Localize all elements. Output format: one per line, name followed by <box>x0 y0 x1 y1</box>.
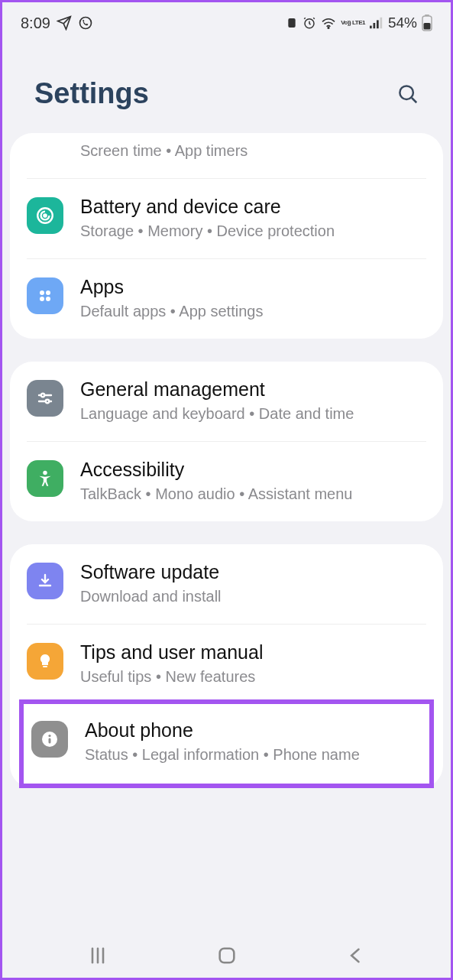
item-title: Tips and user manual <box>80 641 426 664</box>
item-text: Software update Download and install <box>80 561 426 607</box>
status-left: 8:09 <box>21 15 93 32</box>
item-subtitle: TalkBack • Mono audio • Assistant menu <box>80 484 426 505</box>
battery-care-icon <box>27 197 63 234</box>
settings-item-digital-wellbeing[interactable]: Screen time • App timers <box>27 133 426 178</box>
item-subtitle: Status • Legal information • Phone name <box>85 745 422 765</box>
accessibility-icon <box>27 460 63 497</box>
item-text: General management Language and keyboard… <box>80 378 426 424</box>
home-button[interactable] <box>213 942 241 969</box>
svg-rect-27 <box>49 738 51 744</box>
item-title: Accessibility <box>80 459 426 481</box>
about-phone-icon <box>31 721 68 758</box>
home-icon <box>216 945 238 966</box>
item-title: Apps <box>80 276 426 298</box>
signal-icon <box>370 17 383 29</box>
svg-rect-10 <box>424 23 431 30</box>
svg-point-20 <box>41 394 44 397</box>
settings-group: Screen time • App timers Battery and dev… <box>10 133 443 339</box>
item-text: Apps Default apps • App settings <box>80 276 426 322</box>
svg-point-14 <box>44 214 46 216</box>
svg-point-16 <box>46 290 50 295</box>
page-title: Settings <box>34 77 149 110</box>
svg-rect-6 <box>377 20 379 28</box>
settings-group: General management Language and keyboard… <box>10 362 443 521</box>
volte-indicator: Vo)) LTE1 <box>341 20 365 26</box>
settings-item-software-update[interactable]: Software update Download and install <box>27 544 426 624</box>
settings-item-about-phone[interactable]: About phone Status • Legal information •… <box>31 715 422 770</box>
svg-point-23 <box>43 471 47 475</box>
svg-rect-5 <box>373 23 375 28</box>
settings-item-accessibility[interactable]: Accessibility TalkBack • Mono audio • As… <box>27 441 426 521</box>
svg-point-0 <box>79 18 91 29</box>
general-management-icon <box>27 380 63 417</box>
item-text: Screen time • App timers <box>80 141 426 161</box>
tips-icon <box>27 643 63 680</box>
svg-point-18 <box>46 297 50 301</box>
whatsapp-icon <box>78 15 93 31</box>
status-time: 8:09 <box>21 15 50 32</box>
svg-rect-4 <box>370 26 372 29</box>
back-button[interactable] <box>342 942 370 969</box>
status-bar: 8:09 Vo)) LTE1 54% <box>2 2 451 39</box>
item-subtitle: Useful tips • New features <box>80 667 426 687</box>
wifi-icon <box>321 17 336 29</box>
search-button[interactable] <box>396 82 420 106</box>
about-phone-highlight: About phone Status • Legal information •… <box>19 699 434 788</box>
telegram-icon <box>57 15 72 31</box>
item-text: Battery and device care Storage • Memory… <box>80 196 426 242</box>
item-title: Battery and device care <box>80 196 426 218</box>
alarm-icon <box>303 16 316 30</box>
svg-rect-31 <box>219 949 234 963</box>
item-subtitle: Download and install <box>80 586 426 607</box>
recents-icon <box>87 945 108 966</box>
item-title: General management <box>80 378 426 401</box>
item-subtitle: Storage • Memory • Device protection <box>80 221 426 242</box>
item-subtitle: Language and keyboard • Date and time <box>80 404 426 424</box>
status-right: Vo)) LTE1 54% <box>286 15 432 31</box>
item-title: About phone <box>85 719 422 741</box>
svg-rect-24 <box>43 666 47 667</box>
notification-icon <box>286 17 298 29</box>
settings-item-apps[interactable]: Apps Default apps • App settings <box>27 258 426 339</box>
battery-icon <box>422 15 432 31</box>
navigation-bar <box>2 933 451 978</box>
svg-point-15 <box>40 290 44 295</box>
svg-line-12 <box>412 98 416 102</box>
item-text: About phone Status • Legal information •… <box>85 719 422 765</box>
recents-button[interactable] <box>84 942 112 969</box>
software-update-icon <box>27 563 63 599</box>
svg-point-3 <box>328 28 330 29</box>
settings-item-general-management[interactable]: General management Language and keyboard… <box>27 362 426 441</box>
item-text: Tips and user manual Useful tips • New f… <box>80 641 426 687</box>
battery-percentage: 54% <box>388 15 417 31</box>
svg-point-11 <box>400 86 413 99</box>
item-title: Software update <box>80 561 426 583</box>
settings-group: Software update Download and install Tip… <box>10 544 443 788</box>
svg-point-22 <box>46 400 49 403</box>
item-text: Accessibility TalkBack • Mono audio • As… <box>80 459 426 505</box>
svg-rect-1 <box>289 18 296 28</box>
back-icon <box>345 945 367 966</box>
svg-rect-7 <box>380 18 382 28</box>
settings-item-battery-care[interactable]: Battery and device care Storage • Memory… <box>27 178 426 258</box>
svg-point-17 <box>40 297 44 301</box>
search-icon <box>396 83 419 105</box>
page-header: Settings <box>2 39 451 133</box>
svg-point-26 <box>48 735 50 737</box>
item-subtitle: Default apps • App settings <box>80 301 426 322</box>
item-subtitle: Screen time • App timers <box>80 141 426 161</box>
settings-item-tips[interactable]: Tips and user manual Useful tips • New f… <box>27 624 426 704</box>
apps-icon <box>27 277 63 314</box>
